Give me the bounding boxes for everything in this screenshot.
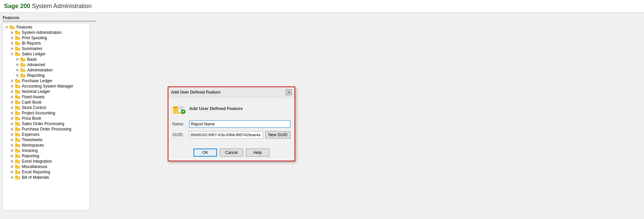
svg-rect-42 [15, 139, 20, 142]
expander-purchase-ledger[interactable] [10, 78, 14, 83]
svg-rect-35 [15, 117, 17, 118]
tree-item-excel-reporting[interactable]: Excel Reporting [10, 169, 88, 175]
expander-features[interactable] [4, 25, 9, 30]
name-input[interactable] [189, 120, 290, 128]
tree-label-accounting-system: Accounting System Manager [21, 84, 73, 89]
expander-summaries[interactable] [10, 46, 14, 51]
dialog-title: Add User Defined Feature [171, 90, 220, 95]
folder-icon-excel-integration [15, 159, 20, 164]
tree-item-purchase-ledger[interactable]: Purchase Ledger [10, 78, 88, 84]
help-button[interactable]: Help [246, 149, 269, 157]
expander-administration[interactable] [15, 68, 20, 72]
tree-label-excel-integration: Excel Integration [21, 159, 52, 164]
main-content: Features Features System Administration [0, 13, 644, 213]
tree-item-sales-ledger[interactable]: Sales Ledger [10, 51, 88, 57]
name-label: Name: [172, 122, 189, 126]
svg-rect-32 [15, 112, 20, 115]
tree-item-advanced[interactable]: Advanced [15, 62, 88, 67]
svg-rect-16 [20, 69, 25, 72]
guid-input[interactable] [189, 131, 263, 139]
svg-rect-59 [173, 106, 178, 108]
expander-excel-reporting[interactable] [10, 170, 14, 174]
tree-item-bill-of-materials[interactable]: Bill of Materials [10, 175, 88, 180]
tree-item-expenses[interactable]: Expenses [10, 132, 88, 137]
tree-item-nominal-ledger[interactable]: Nominal Ledger [10, 89, 88, 94]
expander-timesheets[interactable] [10, 138, 14, 142]
expander-advanced[interactable] [15, 62, 20, 67]
expander-purchase-order[interactable] [10, 127, 14, 131]
folder-icon-print-spooling [15, 36, 20, 40]
svg-rect-34 [15, 117, 20, 120]
svg-rect-5 [15, 36, 17, 37]
app-header: Sage 200 System Administration [0, 0, 644, 13]
expander-workspaces[interactable] [10, 143, 14, 148]
svg-rect-47 [15, 149, 17, 150]
expander-price-book[interactable] [10, 116, 14, 121]
tree-item-project-accounting[interactable]: Project Accounting [10, 110, 88, 116]
expander-expenses[interactable] [10, 132, 14, 137]
tree-item-price-book[interactable]: Price Book [10, 116, 88, 121]
expander-miscellaneous[interactable] [10, 164, 14, 169]
tree-label-bi-reports: BI Reports [21, 41, 41, 46]
tree-item-sales-order[interactable]: Sales Order Processing [10, 121, 88, 126]
svg-rect-25 [15, 90, 17, 91]
tree-label-sales-order: Sales Order Processing [21, 121, 64, 126]
tree-item-reporting[interactable]: Reporting [10, 153, 88, 159]
expander-reporting[interactable] [10, 154, 14, 158]
folder-icon-purchase-order [15, 127, 20, 131]
brand-name: Sage 200 [4, 3, 30, 9]
expander-reporting-sl[interactable] [15, 73, 20, 78]
expander-cash-book[interactable] [10, 100, 14, 105]
tree-item-cash-book[interactable]: Cash Book [10, 100, 88, 105]
expander-sales-ledger[interactable] [10, 52, 14, 56]
tree-label-basic: Basic [26, 57, 37, 62]
tree-item-fixed-assets[interactable]: Fixed Assets [10, 94, 88, 100]
svg-rect-15 [20, 63, 23, 64]
svg-rect-49 [15, 154, 17, 155]
tree-item-stock-control[interactable]: Stock Control [10, 105, 88, 110]
expander-bom[interactable] [10, 175, 14, 180]
tree-label-bom: Bill of Materials [21, 175, 49, 180]
expander-sales-order[interactable] [10, 121, 14, 126]
expander-project-accounting[interactable] [10, 111, 14, 115]
tree-item-purchase-order[interactable]: Purchase Order Processing [10, 126, 88, 132]
dialog-close-button[interactable]: ✕ [286, 89, 292, 95]
tree-item-miscellaneous[interactable]: Miscellaneous [10, 164, 88, 169]
expander-print-spooling[interactable] [10, 36, 14, 40]
expander-bi-reports[interactable] [10, 41, 14, 46]
cancel-button[interactable]: Cancel [220, 149, 243, 157]
new-guid-button[interactable]: New GUID [265, 131, 290, 139]
expander-accounting-system[interactable] [10, 84, 14, 89]
expander-invoicing[interactable] [10, 148, 14, 153]
svg-rect-13 [20, 58, 23, 59]
expander-stock-control[interactable] [10, 105, 14, 110]
tree-item-invoicing[interactable]: Invoicing [10, 148, 88, 153]
tree-item-system-administration[interactable]: System Administration [10, 30, 88, 35]
tree-item-basic[interactable]: Basic [15, 57, 88, 62]
svg-rect-31 [15, 106, 17, 107]
tree-item-administration[interactable]: Administration [15, 67, 88, 73]
tree-item-excel-integration[interactable]: Excel Integration [10, 159, 88, 164]
expander-basic[interactable] [15, 57, 20, 62]
tree-label-print-spooling: Print Spooling [21, 36, 47, 40]
tree-item-accounting-system[interactable]: Accounting System Manager [10, 84, 88, 89]
app-title: Sage 200 System Administration [4, 3, 92, 9]
svg-rect-24 [15, 91, 20, 94]
tree-item-features[interactable]: Features [4, 24, 88, 30]
tree-item-timesheets[interactable]: Timesheets [10, 137, 88, 143]
tree-item-print-spooling[interactable]: Print Spooling [10, 35, 88, 41]
folder-icon-purchase-ledger [15, 78, 20, 83]
svg-rect-36 [15, 123, 20, 126]
tree-item-reporting-sl[interactable]: Reporting [15, 73, 88, 78]
svg-rect-33 [15, 111, 17, 112]
ok-button[interactable]: OK [194, 149, 217, 157]
tree-item-workspaces[interactable]: Workspaces [10, 143, 88, 148]
tree-item-bi-reports[interactable]: BI Reports [10, 41, 88, 46]
expander-sysadmin[interactable] [10, 30, 14, 35]
folder-icon-stock-control [15, 105, 20, 110]
expander-excel-integration[interactable] [10, 159, 14, 164]
tree-item-summaries[interactable]: Summaries [10, 46, 88, 51]
expander-nominal-ledger[interactable] [10, 89, 14, 94]
expander-fixed-assets[interactable] [10, 95, 14, 99]
svg-rect-18 [20, 74, 25, 77]
